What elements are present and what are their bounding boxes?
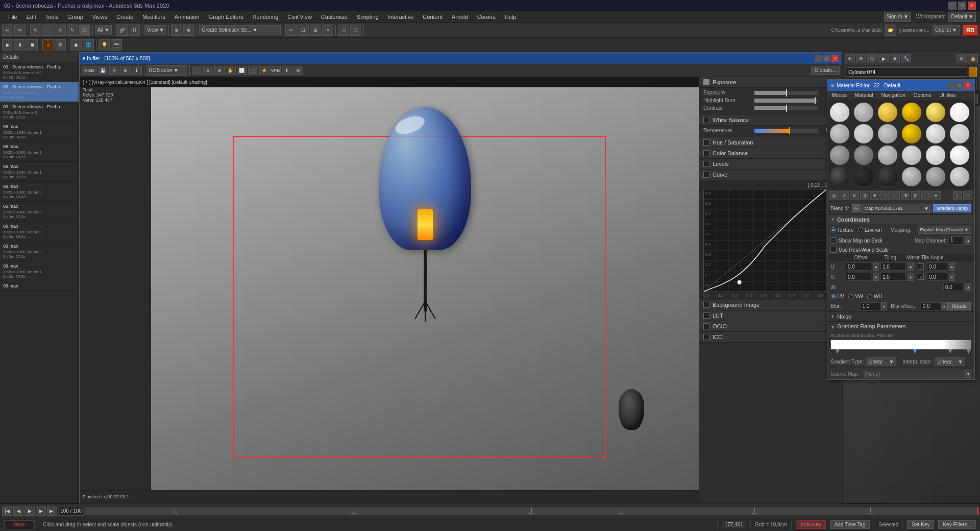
u-tiling-up[interactable]: ▲ bbox=[908, 262, 914, 271]
menu-tools[interactable]: Tools bbox=[41, 13, 63, 21]
user-avatar[interactable]: DefaultRB bbox=[963, 25, 978, 36]
v-angle-up[interactable]: ▲ bbox=[949, 273, 955, 281]
mat-ball-2[interactable] bbox=[877, 102, 898, 123]
link-btn[interactable]: 🔗 bbox=[116, 25, 128, 36]
fb-minimize-btn[interactable]: – bbox=[815, 55, 822, 62]
uv-radio[interactable]: UV bbox=[830, 294, 844, 299]
timeline-track[interactable]: 70 75 80 85 90 95 bbox=[85, 507, 978, 515]
history-item-6[interactable]: 06.max 1920 x 1080, frame 0 0h 2m 45,4s bbox=[0, 182, 79, 202]
mat-ball-14[interactable] bbox=[877, 145, 898, 165]
cb-checkbox[interactable] bbox=[703, 150, 709, 156]
menu-file[interactable]: File bbox=[4, 13, 21, 21]
next-frame-btn[interactable]: ▶ bbox=[36, 506, 46, 516]
history-item-1[interactable]: 00 - Scena robocza - Pucha... 583 x 800,… bbox=[0, 82, 79, 102]
menu-scripting[interactable]: Scripting bbox=[353, 13, 383, 21]
layer-btn[interactable]: ≡ bbox=[322, 25, 333, 36]
mat-ball-4[interactable] bbox=[925, 102, 946, 123]
mat-ball-13[interactable] bbox=[853, 145, 874, 165]
env-btn[interactable]: 🌐 bbox=[83, 39, 94, 51]
fb-clear-btn[interactable]: ⊗ bbox=[120, 66, 131, 75]
sign-in-dropdown[interactable]: Sign In ▼ bbox=[884, 12, 911, 22]
mat-assign-btn[interactable]: → bbox=[880, 191, 890, 200]
fb-settings-btn[interactable]: ⚙ bbox=[293, 66, 303, 75]
set-key-btn[interactable]: Set Key bbox=[907, 520, 934, 529]
v-tiling-up[interactable]: ▲ bbox=[908, 273, 914, 281]
history-item-4[interactable]: 06.max 1920 x 1080, frame 1 0h 0m 10,5s bbox=[0, 142, 79, 162]
menu-edit[interactable]: Edit bbox=[22, 13, 40, 21]
cmd-display-btn[interactable]: 👁 bbox=[890, 54, 900, 63]
fb-mode-dropdown[interactable]: RGB color ▼ bbox=[146, 65, 187, 76]
lut-checkbox[interactable] bbox=[703, 312, 709, 319]
rotate-btn[interactable]: ↻ bbox=[67, 25, 78, 36]
maximize-btn[interactable]: □ bbox=[958, 2, 966, 10]
ocio-header[interactable]: OCIO ▼ ≡ bbox=[699, 321, 842, 332]
menu-customize[interactable]: Customize bbox=[317, 13, 352, 21]
menu-corona[interactable]: Corona bbox=[473, 13, 500, 21]
fb-close-btn[interactable]: ✕ bbox=[831, 55, 839, 62]
noise-header[interactable]: ▼ Noise bbox=[830, 313, 971, 320]
u-offset-up[interactable]: ▲ bbox=[873, 262, 879, 271]
cmd-utilities-btn[interactable]: 🔧 bbox=[901, 54, 911, 63]
menu-modifiers[interactable]: Modifiers bbox=[138, 13, 169, 21]
mat-nav-up-btn[interactable]: ↑ bbox=[953, 191, 962, 200]
mat-maximize-btn[interactable]: □ bbox=[956, 82, 963, 89]
blur-input[interactable] bbox=[861, 302, 881, 310]
cmd-modify-btn[interactable]: ⟳ bbox=[856, 54, 866, 63]
rotate-btn[interactable]: Rotate bbox=[947, 302, 971, 310]
menu-civil-view[interactable]: Civil View bbox=[283, 13, 315, 21]
mat-ball-10[interactable] bbox=[925, 124, 946, 144]
u-angle-up[interactable]: ▲ bbox=[949, 262, 955, 271]
mat-select-btn[interactable]: ⬚ bbox=[891, 191, 900, 200]
false-btn[interactable]: false bbox=[4, 520, 35, 529]
coord-header[interactable]: ▼ Coordinates bbox=[827, 214, 974, 224]
mat-ball-9[interactable] bbox=[901, 124, 922, 144]
mat-ball-8[interactable] bbox=[877, 124, 898, 144]
blend-edit-btn[interactable]: ✏ bbox=[852, 204, 861, 212]
u-offset-input[interactable] bbox=[846, 262, 871, 271]
render-settings-btn[interactable]: ⚙ bbox=[55, 39, 66, 51]
close-app-btn[interactable]: ✕ bbox=[968, 2, 976, 10]
mat-ball-3[interactable] bbox=[901, 102, 922, 123]
fb-pixel-btn[interactable]: ⬜ bbox=[237, 66, 247, 75]
history-item-2[interactable]: 00 - Scena robocza - Pucha... 583 x 800,… bbox=[0, 102, 79, 122]
gradient-bar-wrap[interactable] bbox=[830, 340, 971, 354]
blur-up[interactable]: ▲ bbox=[881, 302, 887, 310]
redo-btn[interactable]: ↪ bbox=[14, 25, 26, 36]
mat-ball-18[interactable] bbox=[829, 166, 850, 187]
gradient-stop-1[interactable] bbox=[913, 349, 917, 354]
create-selection-dropdown[interactable]: Create Selection Se... ▼ bbox=[199, 25, 281, 35]
gradient-stop-3[interactable] bbox=[966, 349, 970, 354]
v-offset-input[interactable] bbox=[846, 273, 871, 281]
snap2d-btn[interactable]: ⊕ bbox=[183, 25, 194, 36]
mat-unique-btn[interactable]: ✦ bbox=[870, 191, 879, 200]
fb-maximize-btn[interactable]: □ bbox=[823, 55, 830, 62]
exposure-header[interactable]: Exposure ▼ ≡ bbox=[699, 77, 842, 88]
menu-group[interactable]: Group bbox=[63, 13, 87, 21]
object-name-input[interactable]: Cylinder074 bbox=[846, 67, 967, 77]
blur-offset-up[interactable]: ▲ bbox=[941, 302, 947, 310]
object-color-swatch[interactable] bbox=[969, 67, 977, 77]
mat-ball-16[interactable] bbox=[925, 145, 946, 165]
fb-export-btn[interactable]: ⬆ bbox=[282, 66, 292, 75]
prev-key-btn[interactable]: |◀ bbox=[2, 506, 12, 516]
playhead[interactable] bbox=[977, 508, 978, 515]
fb-save-btn[interactable]: 💾 bbox=[98, 66, 108, 75]
snap-btn[interactable]: ⊕ bbox=[171, 25, 182, 36]
cmd-create-btn[interactable]: ✛ bbox=[845, 54, 855, 63]
wu-radio[interactable]: WU bbox=[867, 294, 883, 299]
interpolation-dropdown[interactable]: Linear ▼ bbox=[935, 357, 965, 366]
exposure-slider[interactable] bbox=[754, 91, 818, 95]
mat-menu-material[interactable]: Material bbox=[851, 91, 877, 100]
minimize-btn[interactable]: – bbox=[948, 2, 957, 10]
play-btn[interactable]: ▶ bbox=[2, 39, 13, 51]
curve-header[interactable]: Curve ▼ ≡ bbox=[699, 170, 842, 180]
blend-type-btn[interactable]: Gradient Ramp bbox=[933, 204, 971, 212]
array-btn[interactable]: ⊞ bbox=[310, 25, 321, 36]
menu-help[interactable]: Help bbox=[501, 13, 521, 21]
mat-editor-btn[interactable]: ◉ bbox=[70, 39, 82, 51]
bg-checkbox[interactable] bbox=[703, 302, 709, 308]
mat-menu-navigation[interactable]: Navigation bbox=[877, 91, 910, 100]
mat-minimize-btn[interactable]: – bbox=[948, 82, 955, 89]
mat-copy-btn[interactable]: ⎘ bbox=[860, 191, 869, 200]
w-value-input[interactable] bbox=[943, 283, 964, 291]
